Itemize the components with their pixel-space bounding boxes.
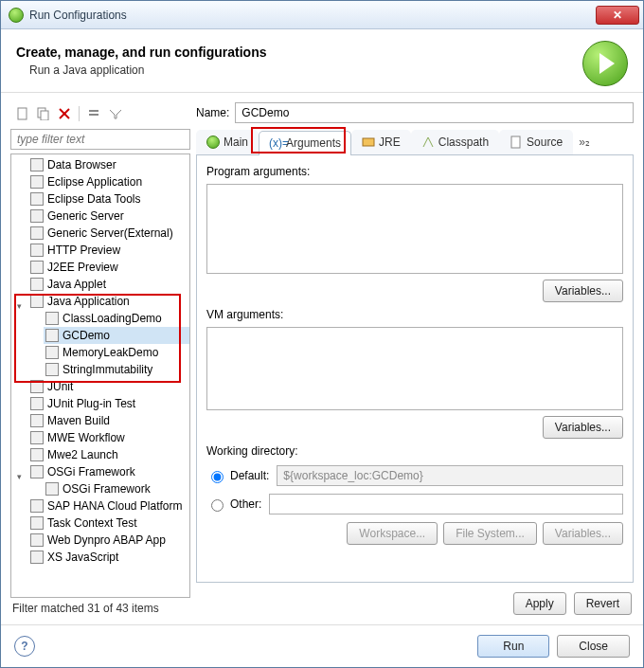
window-close-button[interactable]: ✕: [596, 6, 639, 25]
filter-menu-button[interactable]: [106, 105, 123, 122]
header-subtitle: Run a Java application: [29, 63, 582, 77]
svg-rect-2: [41, 111, 48, 120]
tree-item[interactable]: Web Dynpro ABAP App: [15, 532, 189, 549]
classpath-tab-icon: [421, 135, 435, 149]
tree-child[interactable]: MemoryLeakDemo: [44, 344, 189, 361]
other-radio-row[interactable]: Other:: [206, 496, 261, 512]
config-toolbar: [10, 102, 190, 125]
tree-item[interactable]: JUnit: [15, 378, 189, 395]
help-button[interactable]: ?: [14, 636, 35, 657]
delete-config-button[interactable]: [56, 105, 73, 122]
header: Create, manage, and run configurations R…: [1, 29, 643, 93]
default-radio-row[interactable]: Default:: [206, 468, 269, 483]
filesystem-button[interactable]: File System...: [443, 522, 537, 545]
jre-tab-icon: [362, 135, 375, 149]
program-vars-button[interactable]: Variables...: [543, 280, 623, 302]
run-button[interactable]: Run: [477, 635, 549, 658]
run-hero-icon: [582, 41, 628, 86]
svg-rect-0: [18, 108, 27, 119]
titlebar: Run Configurations ✕: [1, 1, 643, 29]
tab-bar: Main (x)= Arguments JRE Classpath Source: [196, 129, 634, 155]
tree-item[interactable]: Mwe2 Launch: [15, 446, 189, 463]
program-args-label: Program arguments:: [206, 165, 623, 178]
apply-button[interactable]: Apply: [513, 592, 566, 615]
working-dir-label: Working directory:: [206, 444, 623, 458]
tab-overflow[interactable]: »₂: [573, 135, 596, 149]
tree-item[interactable]: J2EE Preview: [15, 259, 189, 276]
tab-jre[interactable]: JRE: [351, 130, 411, 154]
revert-button[interactable]: Revert: [574, 592, 632, 615]
program-args-input[interactable]: [206, 184, 623, 274]
duplicate-config-button[interactable]: [35, 105, 52, 122]
vm-args-input[interactable]: [206, 327, 623, 410]
svg-rect-6: [89, 114, 98, 116]
collapse-all-button[interactable]: [85, 105, 102, 122]
tree-item[interactable]: Data Browser: [15, 156, 189, 173]
tab-source[interactable]: Source: [499, 130, 573, 154]
tree-item[interactable]: Task Context Test: [15, 515, 189, 532]
tree-item-osgi[interactable]: OSGi Framework: [15, 463, 189, 480]
close-button[interactable]: Close: [557, 635, 630, 658]
left-panel: Data Browser Eclipse Application Eclipse…: [10, 102, 190, 615]
run-configurations-dialog: Run Configurations ✕ Create, manage, and…: [0, 0, 644, 668]
window-title: Run Configurations: [29, 9, 596, 22]
tree-child[interactable]: ClassLoadingDemo: [44, 310, 189, 327]
tree-item[interactable]: JUnit Plug-in Test: [15, 395, 189, 412]
config-tree[interactable]: Data Browser Eclipse Application Eclipse…: [10, 153, 190, 598]
tree-item[interactable]: Eclipse Application: [15, 173, 189, 190]
footer: ? Run Close: [1, 624, 643, 667]
new-config-button[interactable]: [14, 105, 31, 122]
tree-item[interactable]: HTTP Preview: [15, 242, 189, 259]
tree-item[interactable]: Java Applet: [15, 276, 189, 293]
tree-item[interactable]: XS JavaScript: [15, 549, 189, 566]
tree-item[interactable]: MWE Workflow: [15, 429, 189, 446]
tab-main[interactable]: Main: [196, 130, 259, 154]
tree-item[interactable]: Eclipse Data Tools: [15, 190, 189, 208]
svg-rect-7: [363, 138, 374, 146]
filter-status: Filter matched 31 of 43 items: [10, 598, 190, 615]
tree-item[interactable]: SAP HANA Cloud Platform: [15, 497, 189, 515]
tree-child[interactable]: StringImmutability: [44, 361, 189, 378]
tree-child[interactable]: OSGi Framework: [44, 480, 189, 497]
main-tab-icon: [206, 135, 220, 149]
run-icon: [9, 8, 24, 23]
arguments-pane: Program arguments: Variables... VM argum…: [196, 155, 634, 583]
vm-vars-button[interactable]: Variables...: [543, 416, 623, 439]
workspace-button[interactable]: Workspace...: [347, 522, 438, 545]
tab-classpath[interactable]: Classpath: [411, 130, 499, 154]
other-path-input[interactable]: [269, 494, 623, 515]
vm-args-label: VM arguments:: [206, 308, 623, 321]
filter-input[interactable]: [10, 129, 190, 150]
default-radio[interactable]: [211, 471, 224, 483]
name-label: Name:: [196, 106, 229, 119]
arguments-tab-icon: (x)=: [269, 136, 282, 150]
source-tab-icon: [510, 135, 523, 149]
default-path: [277, 465, 623, 486]
header-title: Create, manage, and run configurations: [16, 45, 582, 60]
svg-rect-8: [511, 136, 520, 148]
tree-item[interactable]: Maven Build: [15, 412, 189, 429]
tree-item[interactable]: Generic Server(External): [15, 225, 189, 242]
tab-arguments[interactable]: (x)= Arguments: [259, 131, 351, 155]
svg-rect-5: [89, 110, 98, 112]
tree-item-java-application[interactable]: Java Application: [15, 293, 189, 310]
right-panel: Name: Main (x)= Arguments JRE: [196, 102, 634, 615]
tree-item[interactable]: Generic Server: [15, 208, 189, 225]
tree-child-selected[interactable]: GCDemo: [44, 327, 189, 344]
other-radio[interactable]: [211, 499, 224, 512]
wd-variables-button[interactable]: Variables...: [543, 522, 623, 545]
name-input[interactable]: [235, 102, 634, 123]
